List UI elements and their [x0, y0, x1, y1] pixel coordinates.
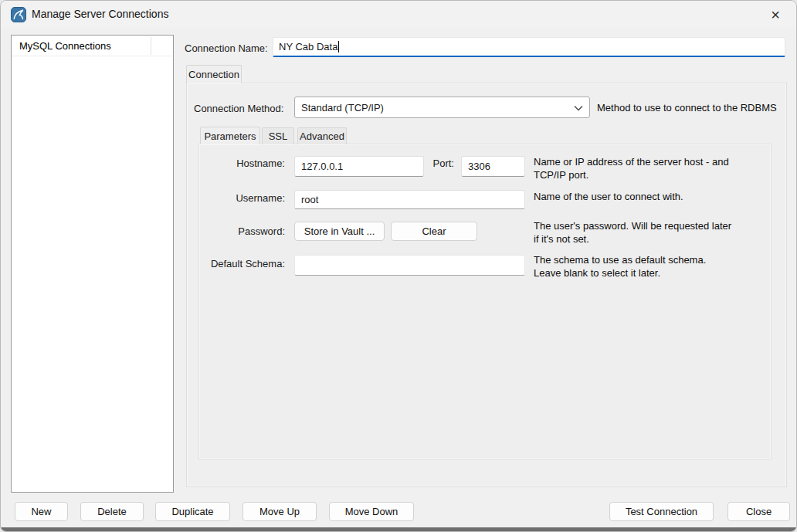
test-connection-button[interactable]: Test Connection	[609, 502, 714, 521]
hostname-label: Hostname:	[194, 158, 285, 169]
new-button[interactable]: New	[15, 502, 68, 521]
move-down-button[interactable]: Move Down	[329, 502, 414, 521]
manage-server-connections-dialog: Manage Server Connections × MySQL Connec…	[0, 0, 797, 532]
default-schema-input[interactable]	[294, 255, 525, 276]
close-icon[interactable]: ×	[762, 4, 789, 25]
new-button-label: New	[31, 506, 51, 517]
chevron-down-icon	[574, 102, 583, 114]
connections-list[interactable]: MySQL Connections	[11, 35, 174, 493]
delete-button[interactable]: Delete	[80, 502, 144, 521]
connections-list-header: MySQL Connections	[12, 36, 173, 56]
move-up-button[interactable]: Move Up	[242, 502, 317, 521]
close-button[interactable]: Close	[727, 502, 790, 521]
tab-connection-label: Connection	[188, 69, 239, 80]
password-label: Password:	[194, 225, 285, 237]
connection-name-label: Connection Name:	[185, 42, 268, 54]
store-in-vault-label: Store in Vault ...	[304, 225, 375, 237]
hostname-input[interactable]: 127.0.0.1	[294, 156, 424, 177]
clear-password-button[interactable]: Clear	[391, 222, 477, 241]
tab-parameters[interactable]: Parameters	[200, 127, 260, 144]
move-up-button-label: Move Up	[259, 506, 300, 517]
password-helper: The user's password. Will be requested l…	[534, 220, 734, 246]
tab-connection[interactable]: Connection	[186, 65, 242, 83]
connection-method-helper: Method to use to connect to the RDBMS	[597, 102, 797, 115]
test-connection-button-label: Test Connection	[626, 506, 697, 517]
mysql-workbench-icon	[11, 7, 26, 22]
hostname-value: 127.0.0.1	[301, 161, 343, 172]
close-button-label: Close	[746, 506, 772, 517]
window-bottom-edge	[1, 527, 796, 531]
text-caret	[338, 41, 339, 53]
port-label: Port:	[408, 158, 454, 169]
username-value: root	[301, 194, 318, 205]
window-title: Manage Server Connections	[32, 8, 168, 20]
connection-method-label: Connection Method:	[194, 103, 283, 114]
tab-ssl-label: SSL	[269, 130, 288, 142]
username-input[interactable]: root	[294, 190, 525, 209]
port-input[interactable]: 3306	[461, 156, 525, 177]
username-helper: Name of the user to connect with.	[534, 191, 734, 204]
port-value: 3306	[468, 161, 490, 172]
store-in-vault-button[interactable]: Store in Vault ...	[294, 222, 385, 241]
tab-advanced[interactable]: Advanced	[297, 127, 347, 144]
connection-name-input[interactable]: NY Cab Data	[273, 37, 785, 57]
duplicate-button[interactable]: Duplicate	[155, 502, 230, 521]
title-bar: Manage Server Connections ×	[1, 1, 796, 29]
tab-ssl[interactable]: SSL	[262, 127, 294, 144]
move-down-button-label: Move Down	[345, 506, 398, 517]
username-label: Username:	[194, 192, 285, 204]
default-schema-helper: The schema to use as default schema. Lea…	[534, 254, 734, 280]
tab-advanced-label: Advanced	[300, 130, 344, 142]
hostname-port-helper: Name or IP address of the server host - …	[534, 156, 734, 181]
default-schema-label: Default Schema:	[194, 258, 285, 269]
column-divider	[151, 37, 151, 55]
clear-password-label: Clear	[422, 225, 446, 237]
connections-list-header-label: MySQL Connections	[19, 40, 111, 52]
delete-button-label: Delete	[97, 506, 127, 517]
connection-method-dropdown[interactable]: Standard (TCP/IP)	[294, 97, 590, 118]
connection-method-value: Standard (TCP/IP)	[301, 102, 574, 114]
duplicate-button-label: Duplicate	[171, 506, 213, 517]
connection-name-value: NY Cab Data	[279, 41, 337, 53]
tab-parameters-label: Parameters	[204, 130, 256, 142]
